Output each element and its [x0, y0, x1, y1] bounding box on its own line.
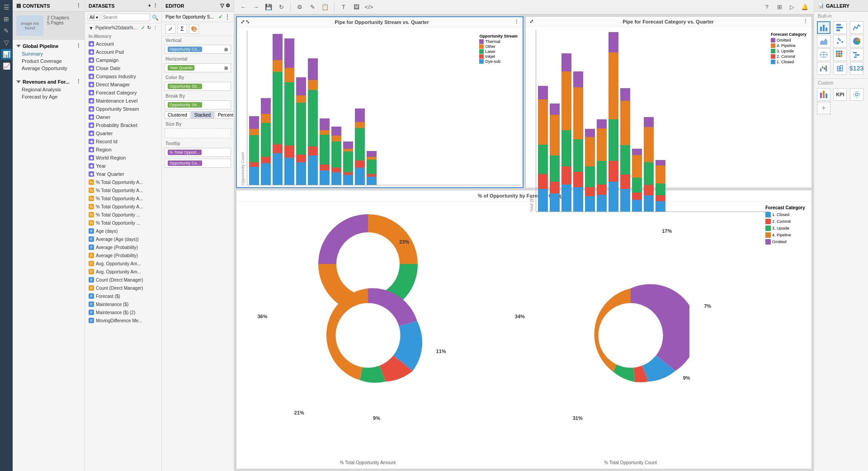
- analytics-icon[interactable]: 📊: [1, 49, 12, 60]
- c2-bar-8[interactable]: [620, 88, 630, 212]
- thumbnail-image[interactable]: Image not found: [16, 15, 43, 36]
- field-avg-prob1[interactable]: # Average (Probability): [85, 243, 161, 251]
- field-owner[interactable]: ◆ Owner: [85, 113, 161, 121]
- dropdown-all[interactable]: All ▾: [88, 14, 100, 21]
- bar-10[interactable]: [355, 108, 365, 185]
- chart1-zoom-icon[interactable]: ⤡: [245, 19, 250, 25]
- contents-menu-icon[interactable]: ⋮: [76, 3, 81, 9]
- revenues-header[interactable]: Revenues and For... ⋮: [13, 77, 85, 86]
- present-btn[interactable]: ▷: [787, 2, 797, 13]
- line-gallery-item[interactable]: [850, 21, 863, 34]
- c2-bar-7[interactable]: [609, 32, 618, 212]
- paint-btn[interactable]: 🎨: [189, 24, 199, 34]
- field-direct-manager[interactable]: ◆ Direct Manager: [85, 80, 161, 89]
- refresh-btn[interactable]: ↻: [276, 2, 287, 13]
- map-gallery-item[interactable]: [817, 48, 830, 61]
- chart-icon2[interactable]: 📈: [1, 61, 12, 71]
- datasets-menu-icon[interactable]: ⋮: [153, 3, 158, 9]
- global-pipeline-header[interactable]: Global Pipeline ⋮: [13, 42, 85, 50]
- gantt-gallery-item[interactable]: [850, 48, 863, 61]
- hamburger-icon[interactable]: ☰: [1, 2, 12, 13]
- text-btn[interactable]: T: [338, 2, 349, 13]
- chart1-expand-icon[interactable]: ⤢: [241, 19, 245, 25]
- bar-11[interactable]: [367, 151, 377, 185]
- field-maintenance-dollar[interactable]: # Maintenance ($): [85, 300, 161, 308]
- bar-8[interactable]: [331, 127, 341, 185]
- bar-7[interactable]: [320, 118, 330, 185]
- nav-item-summary[interactable]: Summary: [13, 50, 85, 57]
- field-avg-prob2[interactable]: # Average (Probability): [85, 251, 161, 259]
- code-btn[interactable]: </>: [363, 2, 374, 13]
- c2-bar-1[interactable]: [538, 86, 548, 212]
- field-pct4[interactable]: % % Total Opportunity A...: [85, 203, 161, 211]
- datasets-add-icon[interactable]: +: [148, 3, 151, 9]
- chart2-menu-icon[interactable]: ⋮: [803, 19, 808, 24]
- back-btn[interactable]: ←: [238, 2, 249, 13]
- sigma-btn[interactable]: Σ: [177, 24, 187, 34]
- field-compass[interactable]: ◆ Compass Industry: [85, 72, 161, 80]
- horizontal-pill-btn[interactable]: ⊞: [224, 66, 228, 71]
- c2-bar-4[interactable]: [573, 71, 583, 212]
- dataset-menu[interactable]: ⋮: [225, 14, 230, 20]
- dataset-item[interactable]: ▼ Pipeline%20data%2... ✓ ↻ ⋮: [85, 24, 161, 32]
- bar-4[interactable]: [284, 38, 294, 185]
- field-world-region[interactable]: ◆ World Region: [85, 154, 161, 162]
- field-forecast-dollar[interactable]: # Forecast ($): [85, 292, 161, 300]
- clipboard-btn[interactable]: 📋: [320, 2, 330, 13]
- bar-2[interactable]: [261, 98, 271, 185]
- vertical-pill-btn[interactable]: ⊞: [224, 47, 228, 52]
- bar-1[interactable]: [249, 116, 259, 185]
- heat-gallery-item[interactable]: [833, 48, 847, 61]
- forward-btn[interactable]: →: [250, 2, 261, 13]
- field-pct3[interactable]: % % Total Opportunity A...: [85, 194, 161, 203]
- nav-item-forecast[interactable]: Forecast by Age: [13, 93, 85, 100]
- field-prob-bracket[interactable]: ◆ Probability Bracket: [85, 121, 161, 129]
- bar-5[interactable]: [296, 77, 306, 185]
- edit-btn[interactable]: ✎: [307, 2, 318, 13]
- field-year[interactable]: ◆ Year: [85, 162, 161, 170]
- field-avg-opp2[interactable]: # Avg. Opportunity Am...: [85, 268, 161, 276]
- settings-editor-icon[interactable]: ⚙: [226, 3, 230, 9]
- save-btn[interactable]: 💾: [263, 2, 274, 13]
- number-gallery-item[interactable]: $123: [850, 62, 863, 75]
- field-avg-age[interactable]: # Average (Age (days)): [85, 235, 161, 243]
- horizontal-shelf[interactable]: Year Quarter ⊞: [165, 63, 231, 72]
- field-quarter[interactable]: ◆ Quarter: [85, 129, 161, 137]
- dataset-refresh-icon[interactable]: ↻: [147, 25, 151, 31]
- pages-icon[interactable]: ⊞: [1, 14, 12, 24]
- global-pipeline-menu[interactable]: ⋮: [76, 43, 81, 49]
- bar-chart-gallery-item[interactable]: [817, 21, 830, 34]
- revenues-menu[interactable]: ⋮: [76, 79, 81, 85]
- nav-item-avg[interactable]: Average Opportunity: [13, 65, 85, 72]
- vertical-shelf[interactable]: Opportunity Co... ⊞: [165, 45, 231, 54]
- colorby-shelf[interactable]: Opportunity Str...: [165, 82, 231, 91]
- breakby-shelf[interactable]: Opportunity Str...: [165, 100, 231, 109]
- field-account-psd[interactable]: ◆ Account Psd: [85, 48, 161, 56]
- search-icon[interactable]: 🔍: [152, 14, 159, 21]
- bar-6[interactable]: [308, 58, 318, 185]
- field-pct1[interactable]: % % Total Opportunity A...: [85, 178, 161, 186]
- image-btn[interactable]: 🖼: [351, 2, 362, 13]
- tooltip-item2[interactable]: Opportunity Co...: [165, 159, 231, 168]
- field-year-quarter[interactable]: ◆ Year Quarter: [85, 170, 161, 178]
- layout-btn[interactable]: ⊞: [774, 2, 785, 13]
- c2-bar-5[interactable]: [585, 129, 595, 212]
- custom-chart-item[interactable]: [817, 88, 830, 101]
- c2-bar-10[interactable]: [644, 117, 654, 212]
- filter-editor-icon[interactable]: ▽: [220, 3, 224, 9]
- waterfall-gallery-item[interactable]: [817, 62, 830, 75]
- nav-item-product[interactable]: Product Coverage: [13, 57, 85, 65]
- field-maintenance-dollar2[interactable]: # Maintenance ($) (2): [85, 308, 161, 316]
- field-count-dm1[interactable]: # Count (Direct Manager): [85, 276, 161, 284]
- side-bar-gallery-item[interactable]: [833, 21, 847, 34]
- field-age[interactable]: # Age (days): [85, 227, 161, 235]
- settings-custom-item[interactable]: [850, 88, 863, 101]
- field-forecast-cat[interactable]: ◆ Forecast Category: [85, 89, 161, 97]
- alert-btn[interactable]: 🔔: [799, 2, 810, 13]
- sizeby-empty[interactable]: [165, 128, 231, 138]
- kpi-item[interactable]: KPI: [833, 88, 847, 101]
- search-input[interactable]: [102, 14, 150, 21]
- tooltip-item1[interactable]: % Total Opport...: [165, 148, 231, 157]
- dataset-menu-icon[interactable]: ⋮: [153, 25, 158, 31]
- c2-bar-2[interactable]: [550, 104, 560, 212]
